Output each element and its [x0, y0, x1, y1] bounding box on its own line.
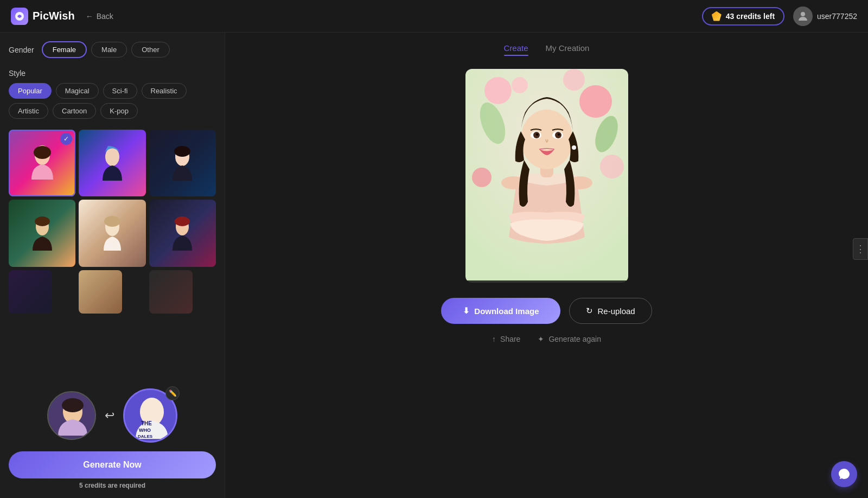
svg-point-22 [484, 77, 512, 104]
main-layout: Gender Female Male Other Style Popular M… [0, 33, 868, 498]
generate-now-button[interactable]: Generate Now [9, 451, 216, 478]
svg-point-38 [536, 133, 538, 136]
tab-create[interactable]: Create [504, 43, 528, 56]
generate-area: ↩ THE WHO DALES ✏️ [9, 382, 216, 489]
upload-preview: ↩ THE WHO DALES ✏️ [9, 388, 216, 443]
svg-point-40 [572, 145, 576, 150]
generate-again-label: Generate again [548, 335, 601, 343]
target-photo-wrapper: THE WHO DALES ✏️ [123, 388, 177, 443]
action-buttons: ⬇ Download Image ↻ Re-upload [441, 298, 652, 324]
svg-point-26 [512, 77, 528, 93]
download-button[interactable]: ⬇ Download Image [441, 298, 560, 324]
content-area: Create My Creation [225, 33, 868, 498]
download-icon: ⬇ [463, 306, 470, 316]
svg-point-6 [174, 146, 190, 157]
grid-image-4 [9, 200, 75, 266]
chat-bubble-button[interactable] [831, 461, 857, 487]
arrow-curve-icon: ↩ [105, 408, 114, 423]
svg-point-10 [104, 216, 120, 227]
svg-text:THE: THE [141, 420, 152, 426]
share-icon: ↑ [492, 335, 496, 343]
grid-image-7 [9, 270, 52, 314]
style-scifi-button[interactable]: Sci-fi [103, 83, 137, 99]
credits-badge[interactable]: 43 credits left [702, 7, 784, 25]
selected-check-badge: ✓ [60, 133, 72, 145]
grid-item-6[interactable] [149, 200, 216, 266]
edit-photo-button[interactable]: ✏️ [165, 386, 180, 400]
svg-text:DALES: DALES [138, 434, 153, 439]
back-arrow-icon: ← [86, 12, 93, 21]
svg-point-12 [175, 216, 190, 226]
tab-bar: Create My Creation [504, 43, 590, 56]
style-kpop-button[interactable]: K-pop [100, 103, 138, 119]
header: PicWish ← Back 43 credits left user77725… [0, 0, 868, 33]
gender-label: Gender [9, 46, 34, 54]
right-edge-toggle[interactable]: ⋮ [853, 238, 868, 260]
sidebar: Gender Female Male Other Style Popular M… [0, 33, 225, 498]
header-right: 43 credits left user777252 [702, 7, 857, 26]
share-label: Share [500, 335, 520, 343]
style-realistic-button[interactable]: Realistic [142, 83, 187, 99]
credits-suffix: are required [108, 482, 145, 489]
logo-icon [11, 8, 28, 25]
reupload-button[interactable]: ↻ Re-upload [569, 298, 652, 324]
tab-my-creation[interactable]: My Creation [546, 43, 590, 56]
logo[interactable]: PicWish [11, 8, 75, 25]
grid-item-9[interactable] [149, 270, 193, 314]
secondary-actions: ↑ Share ✦ Generate again [492, 335, 601, 343]
grid-image-8 [79, 270, 122, 314]
avatar-circle [793, 7, 813, 26]
svg-point-3 [34, 146, 51, 159]
svg-point-24 [600, 155, 624, 178]
style-tags-row1: Popular Magical Sci-fi Realistic [9, 83, 216, 99]
svg-point-23 [579, 85, 612, 118]
back-label: Back [97, 12, 113, 21]
back-button[interactable]: ← Back [86, 12, 113, 21]
svg-point-27 [563, 69, 585, 91]
download-label: Download Image [474, 307, 539, 316]
gender-other-button[interactable]: Other [131, 42, 170, 58]
user-avatar[interactable]: user777252 [793, 7, 857, 26]
credits-text: 43 credits left [726, 12, 775, 21]
user-name: user777252 [817, 12, 857, 21]
grid-item-8[interactable] [79, 270, 122, 314]
svg-point-2 [35, 145, 50, 165]
svg-point-8 [35, 216, 50, 226]
gender-female-button[interactable]: Female [42, 41, 87, 58]
gender-section: Gender Female Male Other [9, 41, 216, 58]
grid-item-7[interactable] [9, 270, 52, 314]
logo-text: PicWish [33, 10, 75, 22]
style-image-grid: ✓ [9, 130, 216, 314]
grid-item-2[interactable] [79, 130, 145, 196]
grid-item-5[interactable] [79, 200, 145, 266]
svg-point-1 [801, 12, 805, 16]
style-magical-button[interactable]: Magical [56, 83, 99, 99]
grid-image-2 [79, 130, 145, 196]
grid-item-3[interactable] [149, 130, 216, 196]
credits-note: 5 credits are required [9, 482, 216, 489]
header-left: PicWish ← Back [11, 8, 113, 25]
main-generated-image [465, 69, 628, 283]
svg-point-39 [558, 133, 560, 136]
grid-item-1[interactable]: ✓ [9, 130, 75, 196]
svg-text:WHO: WHO [139, 427, 151, 433]
svg-point-15 [62, 398, 84, 412]
svg-point-4 [105, 148, 119, 166]
share-button[interactable]: ↑ Share [492, 335, 520, 343]
gender-male-button[interactable]: Male [91, 42, 127, 58]
style-cartoon-button[interactable]: Cartoon [53, 103, 96, 119]
style-popular-button[interactable]: Popular [9, 83, 52, 99]
source-photo[interactable] [47, 391, 96, 440]
svg-point-25 [472, 168, 492, 187]
svg-point-33 [521, 110, 573, 169]
style-tags-row2: Artistic Cartoon K-pop [9, 103, 216, 119]
grid-item-4[interactable] [9, 200, 75, 266]
credits-amount: 5 credits [79, 482, 106, 489]
grid-image-9 [149, 270, 193, 314]
gem-icon [712, 11, 722, 21]
reupload-label: Re-upload [597, 307, 635, 316]
generate-again-button[interactable]: ✦ Generate again [538, 335, 601, 343]
style-section: Style Popular Magical Sci-fi Realistic A… [9, 69, 216, 123]
style-artistic-button[interactable]: Artistic [9, 103, 48, 119]
grid-image-6 [149, 200, 216, 266]
